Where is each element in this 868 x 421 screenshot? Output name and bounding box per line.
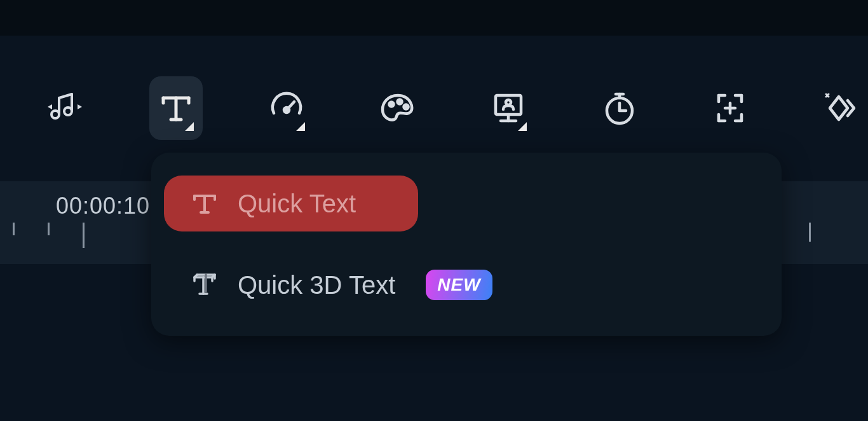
tick-mark — [809, 223, 811, 242]
new-badge: NEW — [426, 270, 492, 300]
text-tool-dropdown: Quick Text Quick 3D Text — [151, 153, 782, 336]
tick-mark — [83, 223, 85, 248]
marker-tool-button[interactable] — [703, 76, 757, 140]
menu-item-label: Quick 3D Text — [238, 271, 395, 300]
text-icon — [189, 188, 220, 219]
stopwatch-icon — [600, 89, 639, 127]
dropdown-indicator-icon — [185, 122, 194, 131]
color-tool-button[interactable] — [371, 76, 425, 140]
menu-item-label: Quick Text — [238, 190, 356, 218]
pip-tool-button[interactable] — [482, 76, 536, 140]
pip-icon — [489, 89, 527, 127]
speed-icon — [268, 89, 306, 127]
tick-mark — [48, 223, 50, 235]
titlebar-area — [0, 0, 868, 36]
timeline-ticks — [13, 223, 118, 248]
audio-tool-button[interactable] — [38, 76, 92, 140]
speed-tool-button[interactable] — [260, 76, 314, 140]
dropdown-indicator-icon — [518, 122, 527, 131]
diamond-effects-icon — [822, 89, 860, 127]
dropdown-indicator-icon — [296, 122, 305, 131]
timer-tool-button[interactable] — [593, 76, 647, 140]
add-marker-icon — [711, 89, 749, 127]
main-toolbar-area — [0, 36, 868, 140]
editor-toolbar — [0, 76, 868, 140]
quick-3d-text-menu-item[interactable]: Quick 3D Text NEW — [164, 257, 769, 313]
text-icon — [157, 89, 195, 127]
quick-text-menu-item[interactable]: Quick Text — [164, 176, 418, 231]
spacer — [151, 231, 782, 257]
effects-tool-button[interactable] — [815, 76, 869, 140]
text-tool-button[interactable] — [149, 76, 203, 140]
audio-icon — [46, 89, 84, 127]
svg-point-4 — [397, 100, 402, 104]
tick-mark — [13, 223, 15, 235]
svg-point-5 — [403, 105, 408, 109]
timeline-timestamp: 00:00:10 — [56, 193, 150, 219]
text-3d-icon — [189, 270, 220, 300]
svg-point-3 — [389, 102, 393, 107]
palette-icon — [379, 89, 417, 127]
svg-point-1 — [64, 107, 72, 115]
svg-point-0 — [51, 111, 59, 118]
